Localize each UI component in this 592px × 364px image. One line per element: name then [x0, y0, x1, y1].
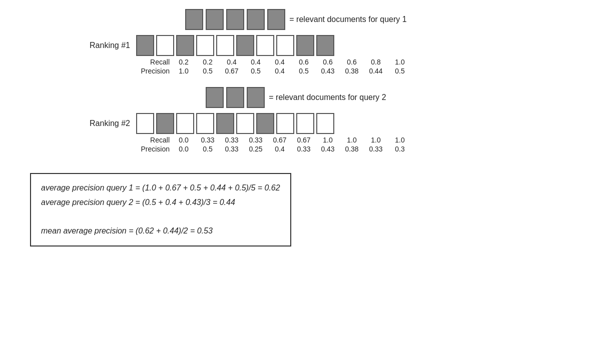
query1-legend: = relevant documents for query 1 [185, 9, 406, 30]
prec1-v7: 0.43 [316, 67, 340, 75]
ranking1-row: Ranking #1 [80, 35, 334, 56]
prec2-v2: 0.5 [196, 145, 220, 153]
r1-box-2 [156, 35, 174, 56]
r2-box-4 [196, 113, 214, 134]
recall1-v9: 0.8 [364, 58, 388, 66]
prec1-v6: 0.5 [292, 67, 316, 75]
recall2-v7: 1.0 [316, 136, 340, 144]
recall2-v10: 1.0 [388, 136, 412, 144]
precision2-values: 0.0 0.5 0.33 0.25 0.4 0.33 0.43 0.38 0.3… [172, 145, 412, 153]
query2-legend-wrapper: = relevant documents for query 2 [15, 87, 577, 108]
recall2-v3: 0.33 [220, 136, 244, 144]
r1-box-4 [196, 35, 214, 56]
prec1-v3: 0.67 [220, 67, 244, 75]
main-container: = relevant documents for query 1 Ranking… [0, 0, 592, 364]
recall1-v7: 0.6 [316, 58, 340, 66]
legend-box-2 [206, 9, 224, 30]
prec1-v2: 0.5 [196, 67, 220, 75]
ranking2-recall-row: Recall 0.0 0.33 0.33 0.33 0.67 0.67 1.0 … [132, 136, 412, 144]
precision1-label: Precision [132, 67, 170, 75]
recall2-v2: 0.33 [196, 136, 220, 144]
r2-box-10 [316, 113, 334, 134]
legend-box-3 [226, 9, 244, 30]
formula-line2: average precision query 2 = (0.5 + 0.4 +… [41, 196, 280, 210]
r2-box-8 [276, 113, 294, 134]
formula-line4: mean average precision = (0.62 + 0.44)/2… [41, 224, 280, 238]
query2-legend: = relevant documents for query 2 [206, 87, 386, 108]
r1-box-9 [296, 35, 314, 56]
recall2-v5: 0.67 [268, 136, 292, 144]
query1-legend-wrapper: = relevant documents for query 1 [15, 9, 577, 30]
r1-box-7 [256, 35, 274, 56]
prec2-v1: 0.0 [172, 145, 196, 153]
query2-legend-text: = relevant documents for query 2 [269, 93, 386, 102]
ranking2-row: Ranking #2 [80, 113, 334, 134]
recall1-v4: 0.4 [244, 58, 268, 66]
recall1-values: 0.2 0.2 0.4 0.4 0.4 0.6 0.6 0.6 0.8 1.0 [172, 58, 412, 66]
ranking2-wrapper: Ranking #2 Recall 0.0 0.33 0.33 0.33 [80, 113, 577, 154]
recall1-v2: 0.2 [196, 58, 220, 66]
r1-box-1 [136, 35, 154, 56]
recall2-v8: 1.0 [340, 136, 364, 144]
query1-legend-boxes [185, 9, 285, 30]
r2-box-7 [256, 113, 274, 134]
prec1-v8: 0.38 [340, 67, 364, 75]
ranking1-recall-row: Recall 0.2 0.2 0.4 0.4 0.4 0.6 0.6 0.6 0… [132, 58, 412, 66]
prec2-v5: 0.4 [268, 145, 292, 153]
query1-legend-text: = relevant documents for query 1 [289, 15, 406, 24]
formula-line1: average precision query 1 = (1.0 + 0.67 … [41, 181, 280, 196]
prec1-v5: 0.4 [268, 67, 292, 75]
prec1-v1: 1.0 [172, 67, 196, 75]
legend-box-4 [247, 9, 265, 30]
ranking1-boxes [136, 35, 334, 56]
recall1-v6: 0.6 [292, 58, 316, 66]
ranking2-boxes [136, 113, 334, 134]
ranking1-label: Ranking #1 [80, 41, 130, 50]
r1-box-8 [276, 35, 294, 56]
r1-box-5 [216, 35, 234, 56]
precision1-values: 1.0 0.5 0.67 0.5 0.4 0.5 0.43 0.38 0.44 … [172, 67, 412, 75]
prec2-v3: 0.33 [220, 145, 244, 153]
r2-box-1 [136, 113, 154, 134]
prec2-v8: 0.38 [340, 145, 364, 153]
ranking1-wrapper: Ranking #1 Recall 0.2 0.2 0.4 0.4 [80, 35, 577, 76]
legend2-box-1 [206, 87, 224, 108]
r2-box-6 [236, 113, 254, 134]
legend-box-1 [185, 9, 203, 30]
recall1-v8: 0.6 [340, 58, 364, 66]
recall1-v5: 0.4 [268, 58, 292, 66]
recall1-label: Recall [132, 58, 170, 66]
ranking1-precision-row: Precision 1.0 0.5 0.67 0.5 0.4 0.5 0.43 … [132, 67, 412, 75]
r1-box-10 [316, 35, 334, 56]
formula-box: average precision query 1 = (1.0 + 0.67 … [30, 173, 291, 246]
prec2-v9: 0.33 [364, 145, 388, 153]
recall1-v3: 0.4 [220, 58, 244, 66]
prec2-v7: 0.43 [316, 145, 340, 153]
ranking2-label: Ranking #2 [80, 119, 130, 128]
recall1-v1: 0.2 [172, 58, 196, 66]
prec2-v10: 0.3 [388, 145, 412, 153]
recall2-v4: 0.33 [244, 136, 268, 144]
r2-box-5 [216, 113, 234, 134]
r2-box-9 [296, 113, 314, 134]
prec1-v9: 0.44 [364, 67, 388, 75]
prec2-v6: 0.33 [292, 145, 316, 153]
r2-box-3 [176, 113, 194, 134]
precision2-label: Precision [132, 145, 170, 153]
recall2-values: 0.0 0.33 0.33 0.33 0.67 0.67 1.0 1.0 1.0… [172, 136, 412, 144]
recall2-v1: 0.0 [172, 136, 196, 144]
formula-line3 [41, 210, 280, 224]
formula-section: average precision query 1 = (1.0 + 0.67 … [15, 163, 577, 246]
legend-box-5 [267, 9, 285, 30]
legend2-box-2 [226, 87, 244, 108]
recall2-v6: 0.67 [292, 136, 316, 144]
r1-box-3 [176, 35, 194, 56]
ranking2-precision-row: Precision 0.0 0.5 0.33 0.25 0.4 0.33 0.4… [132, 145, 412, 153]
recall1-v10: 1.0 [388, 58, 412, 66]
query2-legend-boxes [206, 87, 265, 108]
legend2-box-3 [247, 87, 265, 108]
prec1-v10: 0.5 [388, 67, 412, 75]
prec1-v4: 0.5 [244, 67, 268, 75]
r2-box-2 [156, 113, 174, 134]
prec2-v4: 0.25 [244, 145, 268, 153]
